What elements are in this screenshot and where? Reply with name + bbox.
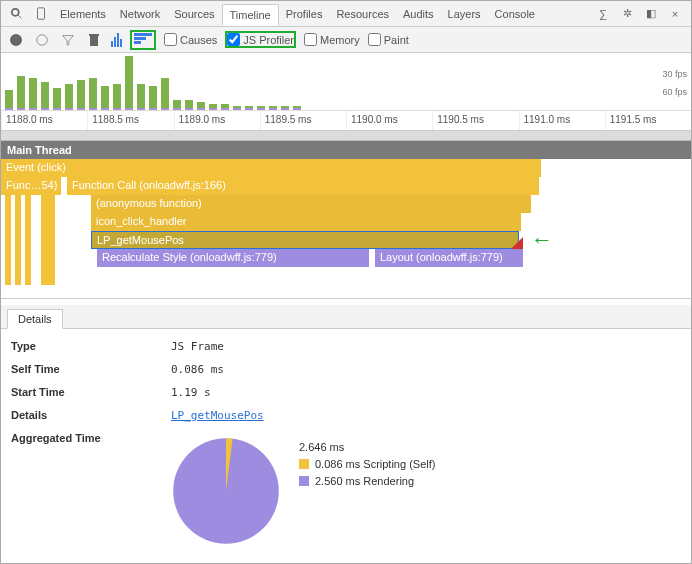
- timeline-subbar: Causes JS Profiler Memory Paint: [1, 27, 691, 53]
- details-link[interactable]: LP_getMousePos: [171, 409, 264, 422]
- paint-label: Paint: [384, 34, 409, 46]
- legend-rendering: 2.560 ms Rendering: [315, 475, 414, 487]
- dock-icon[interactable]: ◧: [642, 5, 660, 23]
- thread-header: Main Thread: [1, 141, 691, 159]
- svg-rect-5: [90, 36, 98, 46]
- causes-label: Causes: [180, 34, 217, 46]
- causes-checkbox[interactable]: Causes: [164, 33, 217, 46]
- garbage-icon[interactable]: [85, 31, 103, 49]
- svg-rect-9: [134, 41, 141, 44]
- tab-timeline[interactable]: Timeline: [222, 4, 279, 26]
- selftime-key: Self Time: [11, 363, 171, 376]
- record-button[interactable]: [7, 31, 25, 49]
- starttime-key: Start Time: [11, 386, 171, 399]
- svg-point-0: [12, 8, 19, 15]
- flame-funccall[interactable]: Function Call (onloadwff.js:166): [67, 177, 539, 195]
- tab-resources[interactable]: Resources: [329, 4, 396, 24]
- aggregated-key: Aggregated Time: [11, 432, 171, 444]
- close-icon[interactable]: ×: [666, 5, 684, 23]
- svg-rect-2: [38, 7, 45, 18]
- flame-event[interactable]: Event (click): [1, 159, 541, 177]
- tab-layers[interactable]: Layers: [441, 4, 488, 24]
- search-icon[interactable]: [8, 5, 26, 23]
- tab-sources[interactable]: Sources: [167, 4, 221, 24]
- details-key: Details: [11, 409, 171, 422]
- jsprofiler-label: JS Profiler: [243, 34, 294, 46]
- drawer-icon[interactable]: ∑: [594, 5, 612, 23]
- svg-rect-8: [134, 37, 146, 40]
- svg-point-3: [37, 34, 48, 45]
- flame-anon[interactable]: (anonymous function): [91, 195, 531, 213]
- scrubber[interactable]: [1, 131, 691, 141]
- legend-scripting: 0.086 ms Scripting (Self): [315, 458, 435, 470]
- swatch-scripting: [299, 459, 309, 469]
- tab-audits[interactable]: Audits: [396, 4, 441, 24]
- paint-checkbox[interactable]: Paint: [368, 33, 409, 46]
- selftime-value: 0.086 ms: [171, 363, 224, 376]
- type-key: Type: [11, 340, 171, 353]
- clear-icon[interactable]: [33, 31, 51, 49]
- svg-line-1: [18, 14, 22, 18]
- flame-iconclick[interactable]: icon_click_handler: [91, 213, 521, 231]
- details-tab[interactable]: Details: [7, 309, 63, 329]
- gear-icon[interactable]: ✲: [618, 5, 636, 23]
- svg-rect-7: [134, 33, 152, 36]
- tab-console[interactable]: Console: [488, 4, 542, 24]
- flame-recalc[interactable]: Recalculate Style (onloadwff.js:779): [97, 249, 369, 267]
- starttime-value: 1.19 s: [171, 386, 211, 399]
- devtools-toolbar: Elements Network Sources Timeline Profil…: [1, 1, 691, 27]
- tab-network[interactable]: Network: [113, 4, 167, 24]
- details-tabs: Details: [1, 305, 691, 329]
- flame-lpgetmousepos[interactable]: LP_getMousePos: [91, 231, 519, 249]
- flame-layout[interactable]: Layout (onloadwff.js:779): [375, 249, 523, 267]
- filter-icon[interactable]: [59, 31, 77, 49]
- jsprofiler-checkbox[interactable]: JS Profiler: [227, 33, 294, 46]
- tab-elements[interactable]: Elements: [53, 4, 113, 24]
- memory-label: Memory: [320, 34, 360, 46]
- warning-triangle-icon: [511, 237, 523, 249]
- memory-checkbox[interactable]: Memory: [304, 33, 360, 46]
- details-panel: TypeJS Frame Self Time0.086 ms Start Tim…: [1, 329, 691, 557]
- svg-rect-6: [89, 34, 99, 36]
- flamechart-toggle[interactable]: [130, 30, 156, 50]
- type-value: JS Frame: [171, 340, 224, 353]
- aggregated-pie-chart: [171, 436, 281, 546]
- device-icon[interactable]: [32, 5, 50, 23]
- time-ruler: 1188.0 ms1188.5 ms1189.0 ms1189.5 ms1190…: [1, 110, 691, 130]
- timeline-overview[interactable]: 30 fps 60 fps 1188.0 ms1188.5 ms1189.0 m…: [1, 53, 691, 131]
- pie-total: 2.646 ms: [299, 441, 344, 453]
- fps-60-label: 60 fps: [662, 87, 687, 97]
- fps-30-label: 30 fps: [662, 69, 687, 79]
- tab-profiles[interactable]: Profiles: [279, 4, 330, 24]
- swatch-rendering: [299, 476, 309, 486]
- flame-chart[interactable]: Event (click) Func…54) Function Call (on…: [1, 159, 691, 299]
- callout-arrow-icon: ←: [531, 227, 553, 253]
- view-bars-icon[interactable]: [111, 33, 122, 47]
